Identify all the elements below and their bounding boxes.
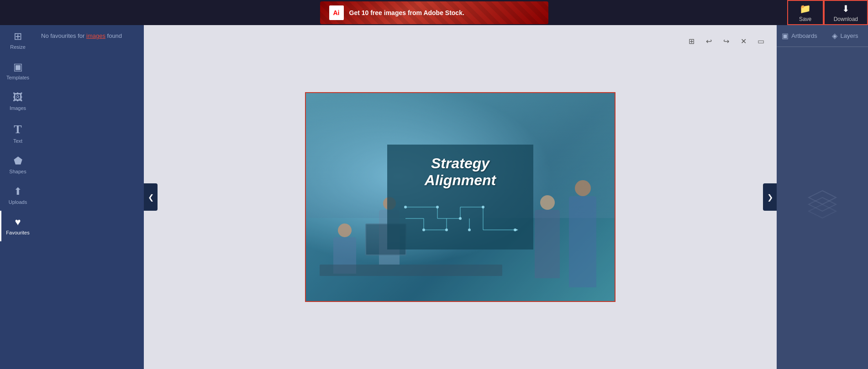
left-arrow-icon: ❮ [148,193,154,202]
shapes-label: Shapes [9,169,26,175]
shapes-icon: ⬟ [14,155,22,167]
layers-large-icon [804,186,841,230]
ad-banner: Ai Get 10 free images from Adobe Stock. … [0,0,868,25]
network-diagram [401,198,520,239]
svg-point-15 [482,206,484,208]
right-arrow-icon: ❯ [767,193,773,202]
sidebar-item-text[interactable]: T Text [0,117,34,150]
ad-content[interactable]: Ai Get 10 free images from Adobe Stock. [320,1,548,24]
images-link[interactable]: images [86,32,105,39]
layers-tab-icon: ◈ [832,31,837,40]
redo-button[interactable]: ↪ [719,34,733,48]
frame-tool-button[interactable]: ▭ [754,34,768,48]
right-panel-tabs: ▣ Artboards ◈ Layers [777,25,868,47]
save-label: Save [799,16,811,22]
person-4 [535,195,560,278]
svg-point-17 [422,229,425,231]
download-button[interactable]: ⬇ Download [824,0,868,25]
favourites-label: Favourites [6,230,29,236]
right-panel-content [777,47,868,369]
save-button[interactable]: 📁 Save [787,0,824,25]
favourites-icon: ♥ [15,216,21,228]
artboards-icon: ▣ [782,31,789,40]
no-fav-text-2: found [105,32,122,39]
artboards-label: Artboards [791,32,817,39]
svg-point-19 [468,229,471,231]
left-panel: No favourites for images found [34,25,144,369]
adobe-logo-icon: Ai [329,5,344,20]
canvas-toolbar: ⊞ ↩ ↪ ✕ ▭ [684,34,768,48]
templates-icon: ▣ [13,61,23,73]
table-shape [320,265,502,276]
sidebar-item-images[interactable]: 🖼 Images [0,86,34,117]
svg-point-12 [404,206,407,208]
slide-title: Strategy Alignment [396,155,524,189]
sidebar-item-uploads[interactable]: ⬆ Uploads [0,180,34,211]
right-panel: ▣ Artboards ◈ Layers [777,25,868,369]
ad-text: Get 10 free images from Adobe Stock. [349,9,464,16]
text-icon: T [14,123,21,136]
uploads-icon: ⬆ [14,186,22,197]
no-favourites-message: No favourites for images found [41,32,137,40]
sidebar-item-favourites[interactable]: ♥ Favourites [0,211,34,241]
svg-marker-20 [515,229,518,231]
download-icon: ⬇ [842,3,850,14]
images-label: Images [10,105,26,111]
top-right-actions: 📁 Save ⬇ Download [787,0,868,25]
main-layout: ⊞ Resize ▣ Templates 🖼 Images T Text ⬟ S… [0,25,868,369]
grid-tool-button[interactable]: ⊞ [684,34,698,48]
person-3 [569,180,596,287]
save-icon: 📁 [800,3,811,14]
sidebar-item-templates[interactable]: ▣ Templates [0,56,34,86]
templates-label: Templates [6,75,29,81]
svg-point-13 [436,206,439,208]
canvas-area: ⊞ ↩ ↪ ✕ ▭ ❮ [144,25,777,369]
undo-button[interactable]: ↩ [702,34,715,48]
uploads-label: Uploads [9,199,27,205]
nav-arrow-left[interactable]: ❮ [144,183,158,211]
svg-point-18 [445,229,448,231]
nav-arrow-right[interactable]: ❯ [763,183,777,211]
resize-label: Resize [10,44,26,50]
tab-layers[interactable]: ◈ Layers [822,25,868,47]
sidebar-item-shapes[interactable]: ⬟ Shapes [0,150,34,180]
text-label: Text [13,138,22,144]
no-fav-text-1: No favourites for [41,32,86,39]
tab-artboards[interactable]: ▣ Artboards [777,25,822,47]
close-button[interactable]: ✕ [736,34,750,48]
left-sidebar: ⊞ Resize ▣ Templates 🖼 Images T Text ⬟ S… [0,25,34,369]
canvas-slide[interactable]: Strategy Alignment [305,92,615,302]
svg-point-14 [459,217,462,220]
sidebar-item-resize[interactable]: ⊞ Resize [0,25,34,56]
images-icon: 🖼 [13,92,23,104]
resize-icon: ⊞ [14,31,22,42]
layers-label: Layers [840,32,858,39]
canvas-slide-wrapper: Strategy Alignment [305,92,615,302]
slide-overlay-box: Strategy Alignment [387,145,533,249]
download-label: Download [834,16,858,22]
